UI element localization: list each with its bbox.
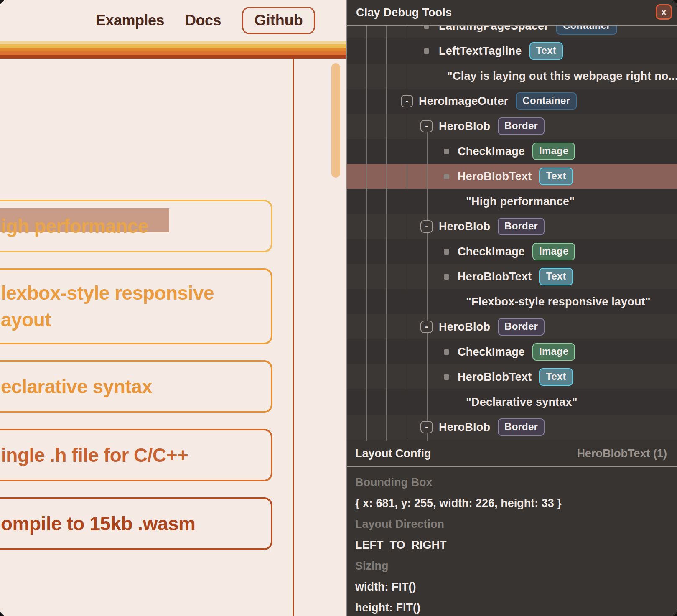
element-type-badge: Border (498, 117, 545, 135)
collapse-button[interactable]: - (420, 220, 433, 233)
element-type-badge: Border (498, 218, 545, 235)
layout-config-list: Bounding Box{ x: 681, y: 255, width: 226… (347, 467, 677, 616)
hero-blob-box: lexbox-style responsive ayout (0, 268, 272, 344)
element-tree: LandingPageSpacerContainerLeftTextTaglin… (347, 26, 677, 441)
hero-blob-box: ompile to 15kb .wasm (0, 497, 272, 550)
element-type-badge: Image (532, 143, 575, 160)
element-name: HeroImageOuter (419, 95, 508, 108)
tree-row[interactable]: HeroBlobTextText (347, 264, 677, 289)
indent-guide (427, 333, 428, 421)
clay-debug-panel: Clay Debug Tools x LandingPageSpacerCont… (346, 0, 677, 616)
tree-row-text-content: "Declarative syntax" (347, 389, 677, 415)
tree-row[interactable]: -HeroBlobBorder (347, 314, 677, 339)
collapse-button[interactable]: - (401, 95, 413, 107)
element-name: HeroBlobText (458, 270, 532, 283)
debug-panel-title: Clay Debug Tools (347, 6, 452, 19)
element-type-badge: Image (532, 243, 575, 260)
indent-guide (407, 26, 407, 95)
layout-config-title: Layout Config (355, 447, 431, 460)
element-text-preview: "High performance" (466, 195, 575, 208)
stripe (0, 44, 346, 48)
github-button[interactable]: Github (242, 7, 315, 34)
selected-element-label: HeroBlobText (1) (577, 447, 667, 460)
element-type-badge: Text (539, 368, 573, 385)
leaf-bullet-icon (444, 374, 449, 380)
tree-row[interactable]: HeroBlobTextText (347, 164, 677, 189)
tree-row[interactable]: -HeroImageOuterContainer (347, 89, 677, 114)
indent-guide (407, 107, 407, 441)
leaf-bullet-icon (424, 26, 429, 29)
element-name: LandingPageSpacer (439, 26, 549, 33)
indent-guide (386, 26, 387, 441)
hero-blob-text: igh performance (1, 201, 148, 251)
element-type-badge: Text (529, 42, 563, 59)
config-field-value: LEFT_TO_RIGHT (355, 535, 677, 555)
stripe (0, 55, 346, 59)
nav-link-examples[interactable]: Examples (96, 12, 164, 29)
element-type-badge: Text (539, 168, 573, 185)
tree-row[interactable]: CheckImageImage (347, 239, 677, 264)
hero-blob-text: ingle .h file for C/C++ (1, 430, 188, 480)
element-type-badge: Text (539, 268, 573, 285)
leaf-bullet-icon (444, 274, 449, 280)
tree-row[interactable]: CheckImageImage (347, 139, 677, 164)
leaf-bullet-icon (424, 48, 429, 54)
layout-config-header: Layout Config HeroBlobText (1) (347, 441, 677, 467)
stripe (0, 41, 346, 44)
debug-panel-header: Clay Debug Tools x (347, 0, 677, 26)
hero-blob-text: ompile to 15kb .wasm (1, 499, 195, 548)
config-field-value: { x: 681, y: 255, width: 226, height: 33… (355, 493, 677, 514)
page-scrollbar-thumb[interactable] (331, 63, 340, 178)
tree-row-text-content: "Flexbox-style responsive layout" (347, 289, 677, 314)
element-name: LeftTextTagline (439, 45, 522, 58)
leaf-bullet-icon (444, 149, 449, 154)
hero-blob-text: eclarative syntax (1, 362, 152, 411)
app-window: Examples Docs Github igh performancelexb… (0, 0, 677, 616)
hero-blob-text: lexbox-style responsive ayout (1, 270, 214, 343)
stripe (0, 51, 346, 55)
stripe (0, 48, 346, 51)
element-type-badge: Image (532, 343, 575, 360)
element-type-badge: Container (556, 26, 617, 35)
tree-row[interactable]: -HeroBlobBorder (347, 415, 677, 440)
element-name: HeroBlob (439, 120, 490, 133)
config-field-value: width: FIT() (355, 576, 677, 597)
tree-row[interactable]: CheckImageImage (347, 339, 677, 364)
vertical-divider (293, 59, 294, 616)
config-field-value: height: FIT() (355, 597, 677, 616)
element-name: HeroBlobText (458, 371, 532, 384)
element-text-preview: "Declarative syntax" (466, 396, 578, 409)
tree-row[interactable]: -HeroBlobBorder (347, 114, 677, 139)
hero-blob-box: ingle .h file for C/C++ (0, 429, 272, 481)
collapse-button[interactable]: - (420, 321, 433, 333)
hero-blob-box: igh performance (0, 200, 272, 252)
tree-row[interactable]: -HeroBlobBorder (347, 214, 677, 239)
tree-row[interactable]: LeftTextTaglineText (347, 38, 677, 64)
indent-guide (427, 233, 428, 321)
element-text-preview: "Flexbox-style responsive layout" (466, 295, 651, 308)
collapse-button[interactable]: - (420, 421, 433, 433)
nav-link-docs[interactable]: Docs (185, 12, 221, 29)
indent-guide (427, 433, 428, 441)
tree-row[interactable]: LandingPageSpacerContainer (347, 26, 677, 38)
element-name: CheckImage (458, 145, 525, 158)
element-type-badge: Border (498, 418, 545, 435)
config-field-label: Bounding Box (355, 472, 677, 493)
element-name: HeroBlob (439, 321, 490, 333)
element-name: CheckImage (458, 245, 525, 258)
collapse-button[interactable]: - (420, 120, 433, 132)
tree-row-text-content: "High performance" (347, 189, 677, 214)
leaf-bullet-icon (444, 349, 449, 355)
indent-guide (427, 132, 428, 220)
element-name: HeroBlob (439, 421, 490, 434)
hero-blob-box: eclarative syntax (0, 360, 272, 413)
element-name: HeroBlob (439, 220, 490, 233)
leaf-bullet-icon (444, 249, 449, 255)
close-button[interactable]: x (656, 4, 672, 20)
element-type-badge: Container (516, 92, 577, 109)
tree-row[interactable]: HeroBlobTextText (347, 364, 677, 389)
element-type-badge: Border (498, 318, 545, 335)
indent-guide (366, 26, 367, 441)
top-nav: Examples Docs Github (96, 0, 315, 41)
config-field-label: Layout Direction (355, 514, 677, 535)
